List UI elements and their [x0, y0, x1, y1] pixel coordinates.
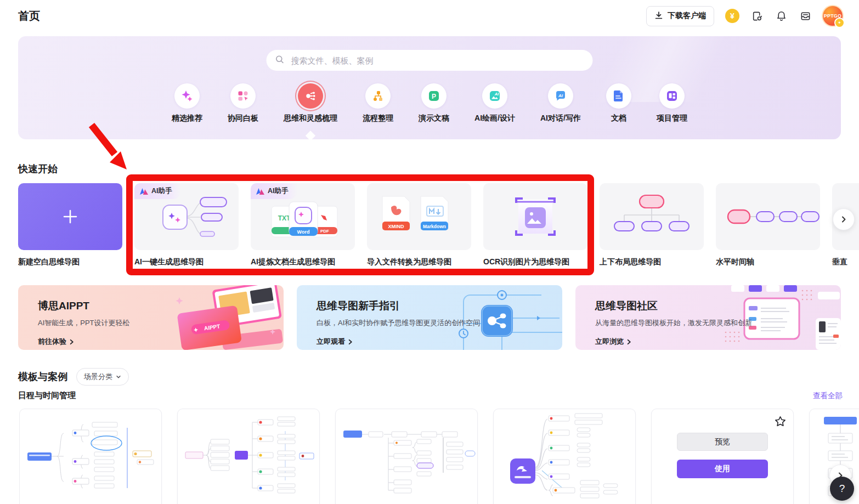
ai-chat-icon: AI	[548, 83, 573, 109]
timeline-illustration	[716, 183, 820, 250]
category-label: 项目管理	[657, 114, 687, 123]
template-thumbnail	[20, 409, 161, 503]
import-files-illustration: XMIND Markdown	[367, 183, 471, 250]
search-input[interactable]	[290, 55, 584, 66]
category-docs[interactable]: 文档	[606, 83, 631, 123]
chevron-right-icon	[69, 339, 75, 345]
download-icon	[654, 11, 663, 21]
topbar-actions: 下载客户端 ¥ PPTGO ✦	[646, 6, 843, 26]
card-ocr-image-mindmap[interactable]: OCR识别图片为思维导图	[483, 183, 587, 272]
category-label: 思维和灵感梳理	[284, 114, 337, 123]
view-all-link[interactable]: 查看全部	[813, 391, 843, 401]
category-mindmap[interactable]: 思维和灵感梳理	[284, 83, 337, 123]
ai-assistant-badge: AI助手	[251, 183, 297, 199]
plus-icon	[18, 183, 122, 250]
ai-logo-icon	[140, 188, 148, 195]
quick-row-next-button[interactable]	[833, 208, 855, 230]
search-icon	[275, 55, 285, 66]
category-ai-chat[interactable]: AI AI对话/写作	[540, 83, 581, 123]
help-button[interactable]: ?	[830, 477, 854, 501]
banner-link[interactable]: 立即观看	[317, 337, 562, 347]
card-new-blank-mindmap[interactable]: 新建空白思维导图	[18, 183, 122, 272]
category-whiteboard[interactable]: 协同白板	[228, 83, 258, 123]
svg-text:AI: AI	[558, 93, 563, 98]
category-ai-design[interactable]: AI AI绘画/设计	[474, 83, 515, 123]
mindmap-icon	[298, 83, 323, 109]
svg-text:Word: Word	[297, 229, 310, 235]
template-card[interactable]	[335, 409, 478, 504]
card-ai-generate-mindmap[interactable]: AI助手 AI一键生成思维导图	[134, 183, 239, 272]
group-title: 日程与时间管理	[18, 390, 76, 401]
template-card[interactable]	[19, 409, 162, 504]
svg-text:P: P	[432, 93, 436, 100]
card-horizontal-timeline[interactable]: 水平时间轴	[716, 183, 820, 272]
vip-badge-icon: ✦	[834, 18, 845, 28]
category-label: 精选推荐	[172, 114, 202, 123]
chevron-right-icon	[626, 339, 632, 345]
template-thumbnail	[178, 409, 319, 503]
banner-row: 博思AIPPT AI智能生成，PPT设计更轻松 前往体验	[18, 285, 841, 350]
presentation-icon: P	[421, 83, 447, 109]
category-label: 演示文稿	[419, 114, 449, 123]
svg-text:Markdown: Markdown	[423, 224, 446, 229]
svg-text:AI: AI	[494, 92, 499, 97]
category-label: 流程整理	[363, 114, 393, 123]
inbox-icon[interactable]	[799, 9, 812, 22]
search-bar[interactable]	[267, 50, 593, 71]
use-button[interactable]: 使用	[677, 460, 768, 478]
category-featured[interactable]: 精选推荐	[172, 83, 202, 123]
category-label: AI绘画/设计	[474, 114, 515, 123]
notifications-bell-icon[interactable]	[775, 9, 788, 22]
banner-beginner-guide[interactable]: 思维导图新手指引 白板，AI和实时协作赋予思维导图更灵活的创作空间 立即观看	[297, 285, 562, 350]
template-thumbnail	[494, 409, 635, 503]
banner-subtitle: 白板，AI和实时协作赋予思维导图更灵活的创作空间	[317, 318, 562, 328]
templates-header: 模板与案例 场景分类	[18, 368, 129, 386]
banner-link[interactable]: 前往体验	[38, 337, 284, 347]
category-presentation[interactable]: P 演示文稿	[419, 83, 449, 123]
template-card-hovered[interactable]: 预览 使用	[651, 409, 794, 504]
download-label: 下载客户端	[668, 11, 706, 21]
quick-start-title: 快速开始	[18, 162, 58, 175]
category-label: AI对话/写作	[540, 114, 581, 123]
share-doc-icon[interactable]	[750, 9, 764, 22]
scene-filter-dropdown[interactable]: 场景分类	[76, 368, 129, 386]
coin-icon[interactable]: ¥	[725, 9, 739, 23]
card-topdown-mindmap[interactable]: 上下布局思维导图	[600, 183, 704, 272]
home-page: 首页 下载客户端 ¥ PPTGO ✦	[0, 0, 859, 504]
sparkles-icon	[174, 83, 200, 109]
banner-subtitle: 从海量的思维导图模板开始，激发无限灵感和创新	[595, 318, 841, 328]
banner-title: 博思AIPPT	[38, 299, 284, 313]
card-ai-extract-doc-mindmap[interactable]: AI助手 TXT PDF Word AI提炼文档生成思维导图	[251, 183, 355, 272]
category-row: 精选推荐 协同白板 思维和灵感梳理 流程整理	[18, 83, 841, 123]
banner-link[interactable]: 立即浏览	[595, 337, 841, 347]
ai-logo-icon	[256, 188, 264, 195]
ocr-scan-illustration	[483, 183, 587, 250]
template-thumbnail	[336, 409, 477, 503]
whiteboard-icon	[230, 83, 256, 109]
banner-community[interactable]: 思维导图社区 从海量的思维导图模板开始，激发无限灵感和创新 立即浏览	[575, 285, 841, 350]
templates-title: 模板与案例	[18, 370, 67, 383]
top-bar: 首页 下载客户端 ¥ PPTGO ✦	[0, 0, 859, 32]
chevron-right-icon	[347, 339, 353, 345]
svg-text:TXT: TXT	[278, 214, 291, 222]
avatar[interactable]: PPTGO ✦	[823, 6, 843, 26]
ai-image-icon: AI	[482, 83, 507, 109]
card-import-convert-mindmap[interactable]: XMIND Markdown 导入文件转换为思维导图	[367, 183, 471, 272]
template-group-row: 日程与时间管理 查看全部	[18, 390, 843, 401]
chevron-down-icon	[116, 374, 121, 380]
template-cards-row: 预览 使用	[19, 409, 859, 504]
category-project[interactable]: 项目管理	[657, 83, 687, 123]
document-icon	[606, 83, 631, 109]
banner-title: 思维导图社区	[595, 299, 841, 313]
category-flowchart[interactable]: 流程整理	[363, 83, 393, 123]
template-card[interactable]	[493, 409, 636, 504]
quick-start-row: 新建空白思维导图 AI助手 AI一键生成思维导图	[18, 183, 859, 272]
category-label: 协同白板	[228, 114, 258, 123]
preview-button[interactable]: 预览	[677, 433, 768, 451]
favorite-star-icon[interactable]	[775, 416, 786, 429]
flowchart-icon	[365, 83, 391, 109]
download-client-button[interactable]: 下载客户端	[646, 6, 714, 26]
banner-aippt[interactable]: 博思AIPPT AI智能生成，PPT设计更轻松 前往体验	[18, 285, 284, 350]
banner-title: 思维导图新手指引	[317, 299, 562, 313]
template-card[interactable]	[177, 409, 320, 504]
